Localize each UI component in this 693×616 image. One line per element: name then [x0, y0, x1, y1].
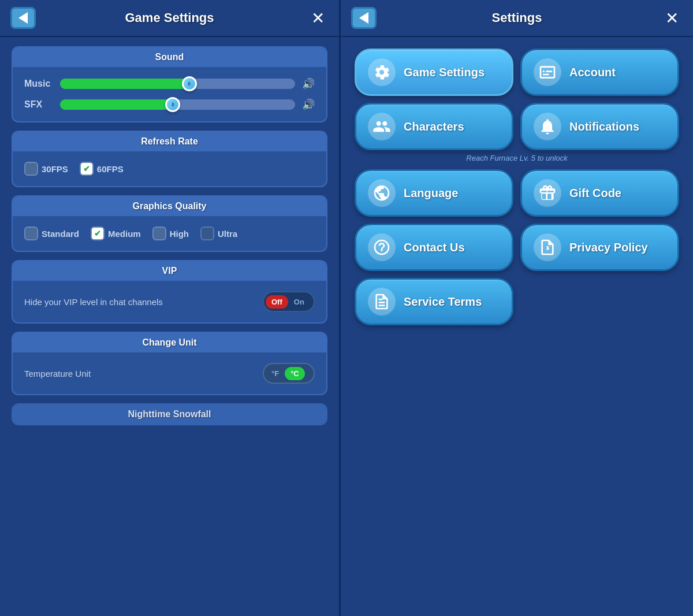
quality-medium-option[interactable]: Medium: [91, 227, 141, 240]
vip-toggle-label: Hide your VIP level in chat channels: [24, 297, 163, 307]
menu-btn-account[interactable]: Account: [520, 49, 679, 96]
fps-60-checkbox[interactable]: [80, 162, 94, 176]
right-panel-content: Game Settings Account Characters: [341, 37, 693, 616]
vip-toggle-off[interactable]: Off: [266, 295, 288, 309]
quality-ultra-label: Ultra: [218, 229, 237, 239]
fps-30-option[interactable]: 30FPS: [24, 162, 68, 176]
fps-30-label: 30FPS: [42, 164, 68, 174]
graphics-quality-section: Graphics Quality Standard Medium High: [12, 195, 327, 252]
notifications-label: Notifications: [569, 120, 639, 133]
quality-ultra-option[interactable]: Ultra: [200, 227, 237, 240]
vip-toggle-on[interactable]: On: [288, 295, 310, 309]
quality-standard-label: Standard: [42, 229, 79, 239]
sound-section-title: Sound: [13, 47, 326, 67]
vip-section: VIP Hide your VIP level in chat channels…: [12, 260, 327, 324]
left-panel-header: Game Settings ✕: [0, 0, 339, 37]
nighttime-section: Nighttime Snowfall: [12, 403, 327, 425]
music-slider-thumb[interactable]: [182, 76, 197, 91]
left-panel-title: Game Settings: [125, 10, 214, 25]
language-label: Language: [404, 187, 458, 200]
account-icon: [534, 58, 561, 86]
refresh-rate-title: Refresh Rate: [13, 132, 326, 151]
menu-btn-characters[interactable]: Characters: [355, 103, 513, 150]
bell-icon: [534, 113, 561, 140]
temp-f-option[interactable]: °F: [266, 367, 285, 380]
refresh-rate-body: 30FPS 60FPS: [13, 151, 326, 186]
privacy-policy-label: Privacy Policy: [569, 241, 648, 254]
quality-standard-checkbox[interactable]: [24, 227, 38, 240]
vip-toggle-switch[interactable]: Off On: [263, 291, 315, 312]
vip-section-title: VIP: [13, 261, 326, 281]
right-panel-title: Settings: [492, 10, 542, 25]
change-unit-body: Temperature Unit °F °C: [13, 352, 326, 394]
menu-btn-contact-us[interactable]: Contact Us: [355, 224, 513, 271]
vip-section-body: Hide your VIP level in chat channels Off…: [13, 281, 326, 322]
quality-standard-option[interactable]: Standard: [24, 227, 79, 240]
quality-medium-label: Medium: [108, 229, 141, 239]
quality-high-label: High: [170, 229, 189, 239]
terms-icon: [368, 288, 396, 316]
temp-c-option[interactable]: °C: [285, 367, 305, 380]
right-panel-header: Settings ✕: [341, 0, 693, 37]
bottom-row: Service Terms: [355, 278, 679, 325]
graphics-quality-title: Graphics Quality: [13, 196, 326, 216]
sound-section: Sound Music 🔊 SFX 🔊: [12, 46, 327, 123]
fps-30-checkbox[interactable]: [24, 162, 38, 176]
characters-icon: [368, 113, 396, 140]
change-unit-section: Change Unit Temperature Unit °F °C: [12, 332, 327, 395]
menu-btn-language[interactable]: Language: [355, 169, 513, 217]
settings-menu-grid-2: Language Gift Code Contact Us: [355, 169, 679, 271]
menu-btn-privacy-policy[interactable]: Privacy Policy: [520, 224, 679, 271]
music-slider-fill: [60, 79, 189, 89]
gift-icon: [534, 179, 561, 207]
right-panel: Settings ✕ Game Settings Account: [341, 0, 693, 616]
refresh-rate-section: Refresh Rate 30FPS 60FPS: [12, 131, 327, 187]
left-close-button[interactable]: ✕: [307, 7, 329, 29]
fps-60-label: 60FPS: [97, 164, 124, 174]
quality-options: Standard Medium High Ultra: [24, 227, 315, 240]
fps-60-option[interactable]: 60FPS: [80, 162, 124, 176]
sfx-slider-fill: [60, 99, 173, 110]
unlock-text: Reach Furnace Lv. 5 to unlock: [355, 154, 679, 162]
menu-btn-game-settings[interactable]: Game Settings: [355, 49, 513, 96]
right-back-button[interactable]: [351, 7, 377, 29]
left-back-button[interactable]: [10, 7, 36, 29]
sfx-slider-row: SFX 🔊: [24, 98, 315, 111]
sfx-slider-thumb[interactable]: [165, 97, 180, 112]
fps-options: 30FPS 60FPS: [24, 162, 315, 176]
characters-label: Characters: [404, 120, 464, 133]
privacy-icon: [534, 233, 561, 261]
quality-medium-checkbox[interactable]: [91, 227, 105, 240]
left-panel-content: Sound Music 🔊 SFX 🔊: [0, 37, 339, 616]
sfx-label: SFX: [24, 99, 53, 110]
temp-unit-toggle[interactable]: °F °C: [263, 363, 315, 384]
account-label: Account: [569, 66, 616, 79]
music-volume-icon: 🔊: [302, 77, 315, 90]
contact-us-label: Contact Us: [404, 241, 465, 254]
music-label: Music: [24, 79, 53, 89]
gear-icon: [368, 58, 396, 86]
contact-icon: [368, 233, 396, 261]
vip-toggle-row: Hide your VIP level in chat channels Off…: [24, 291, 315, 312]
sfx-slider-track[interactable]: [60, 99, 295, 110]
menu-btn-service-terms[interactable]: Service Terms: [355, 278, 513, 325]
gift-code-label: Gift Code: [569, 187, 621, 200]
globe-icon: [368, 179, 396, 207]
menu-btn-notifications[interactable]: Notifications: [520, 103, 679, 150]
game-settings-label: Game Settings: [404, 66, 485, 79]
service-terms-label: Service Terms: [404, 295, 482, 309]
quality-ultra-checkbox[interactable]: [200, 227, 214, 240]
music-slider-track[interactable]: [60, 79, 295, 89]
quality-high-option[interactable]: High: [152, 227, 189, 240]
right-close-button[interactable]: ✕: [661, 7, 683, 29]
sfx-volume-icon: 🔊: [302, 98, 315, 111]
change-unit-title: Change Unit: [13, 333, 326, 352]
left-panel: Game Settings ✕ Sound Music 🔊 SFX: [0, 0, 341, 616]
nighttime-section-title: Nighttime Snowfall: [13, 405, 326, 424]
quality-high-checkbox[interactable]: [152, 227, 166, 240]
temp-unit-row: Temperature Unit °F °C: [24, 363, 315, 384]
graphics-quality-body: Standard Medium High Ultra: [13, 216, 326, 251]
menu-btn-gift-code[interactable]: Gift Code: [520, 169, 679, 217]
settings-menu-grid: Game Settings Account Characters: [355, 49, 679, 150]
music-slider-row: Music 🔊: [24, 77, 315, 90]
